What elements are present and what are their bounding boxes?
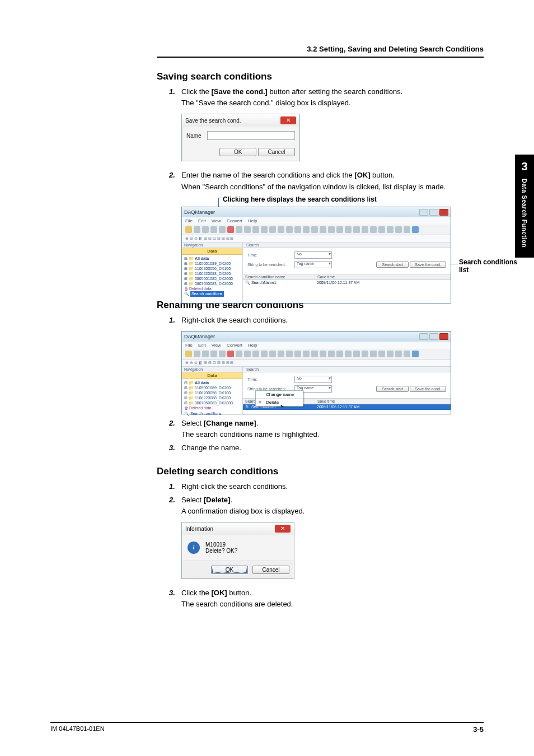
close-icon[interactable]: ✕ xyxy=(275,525,291,533)
toolbar-icon[interactable] xyxy=(320,351,326,357)
toolbar-icon[interactable] xyxy=(328,226,335,233)
toolbar-icon[interactable] xyxy=(412,226,419,233)
toolbar-icon[interactable] xyxy=(336,351,343,357)
toolbar-icon[interactable] xyxy=(252,351,259,357)
tree-deleted[interactable]: Deleted data xyxy=(189,287,212,291)
name-input[interactable] xyxy=(207,131,295,140)
close-icon[interactable] xyxy=(439,333,448,340)
menu-convert[interactable]: Convert xyxy=(227,343,242,348)
toolbar-icon[interactable] xyxy=(236,226,242,233)
menu-convert[interactable]: Convert xyxy=(227,218,242,223)
maximize-icon[interactable] xyxy=(429,209,438,216)
tree-all-data[interactable]: All data xyxy=(195,381,209,385)
search-start-button[interactable]: Search start xyxy=(376,262,409,268)
toolbar-icon[interactable] xyxy=(378,226,385,233)
close-icon[interactable]: ✕ xyxy=(280,116,296,124)
toolbar-icon[interactable] xyxy=(286,351,293,357)
time-select[interactable]: No xyxy=(294,376,332,383)
toolbar-icon[interactable] xyxy=(404,226,410,233)
toolbar-icon[interactable] xyxy=(311,351,318,357)
tree-search-conditions[interactable]: Search conditions xyxy=(190,412,222,416)
toolbar-icon[interactable] xyxy=(236,351,242,357)
menu-edit[interactable]: Edit xyxy=(198,343,206,348)
toolbar-icon[interactable] xyxy=(194,226,200,233)
ctx-delete[interactable]: Delete ↖ xyxy=(256,399,303,406)
tree-item[interactable]: 1106200056_DX100 xyxy=(195,391,231,395)
toolbar-icon[interactable] xyxy=(294,351,301,357)
toolbar-icon[interactable] xyxy=(362,226,368,233)
toolbar-icon[interactable] xyxy=(286,226,293,233)
toolbar-icon[interactable] xyxy=(303,351,310,357)
toolbar-icon[interactable] xyxy=(219,226,226,233)
toolbar-icon[interactable] xyxy=(202,351,209,357)
toolbar-icon[interactable] xyxy=(378,351,385,357)
toolbar-icon[interactable] xyxy=(185,351,192,357)
close-icon[interactable] xyxy=(439,209,448,216)
menu-view[interactable]: View xyxy=(212,343,221,348)
toolbar-icon[interactable] xyxy=(261,351,268,357)
tree-item[interactable]: 0807050083_DX2000 xyxy=(195,282,233,286)
string-select[interactable]: Tag name xyxy=(294,261,332,268)
tree-item[interactable]: 0807050083_DX2000 xyxy=(195,401,233,405)
toolbar-icon[interactable] xyxy=(252,226,259,233)
tree-deleted[interactable]: Deleted data xyxy=(189,406,212,410)
toolbar-icon[interactable] xyxy=(303,226,310,233)
ok-button[interactable]: OK xyxy=(211,566,248,574)
toolbar-icon[interactable] xyxy=(353,351,360,357)
toolbar-icon[interactable] xyxy=(294,226,301,233)
cancel-button[interactable]: Cancel xyxy=(258,148,295,156)
toolbar-icon[interactable] xyxy=(244,226,251,233)
menu-help[interactable]: Help xyxy=(248,343,257,348)
toolbar-icon[interactable] xyxy=(227,226,234,233)
tree-item[interactable]: 1106200056_DX100 xyxy=(195,267,231,270)
menu-edit[interactable]: Edit xyxy=(198,218,206,223)
toolbar-icon[interactable] xyxy=(387,351,394,357)
toolbar-icon[interactable] xyxy=(202,226,209,233)
toolbar-icon[interactable] xyxy=(387,226,394,233)
tree-item[interactable]: 1105001089_DX200 xyxy=(195,386,231,390)
toolbar-icon[interactable] xyxy=(278,351,284,357)
toolbar-icon[interactable] xyxy=(328,351,335,357)
toolbar-icon[interactable] xyxy=(320,226,326,233)
toolbar-icon[interactable] xyxy=(210,226,217,233)
tree-item[interactable]: 1105001089_DX200 xyxy=(195,262,231,265)
toolbar-icon[interactable] xyxy=(336,226,343,233)
table-row[interactable]: 🔍 SearchName1 2009/11/06 12:11:37 AM xyxy=(243,280,451,286)
toolbar-icon[interactable] xyxy=(362,351,368,357)
tree-item[interactable]: 1106220088_DX200 xyxy=(195,272,231,276)
search-start-button[interactable]: Search start xyxy=(376,386,409,392)
maximize-icon[interactable] xyxy=(429,333,438,340)
time-select[interactable]: No xyxy=(294,251,332,259)
toolbar-icon[interactable] xyxy=(219,351,226,357)
toolbar-icon[interactable] xyxy=(194,351,200,357)
toolbar-icon[interactable] xyxy=(278,226,284,233)
toolbar-icon[interactable] xyxy=(210,351,217,357)
save-cond-button[interactable]: Save the cond. xyxy=(410,386,446,392)
tree-search-conditions[interactable]: Search conditions xyxy=(190,291,224,296)
menu-file[interactable]: File xyxy=(185,218,193,223)
toolbar-icon[interactable] xyxy=(269,226,276,233)
toolbar-icon[interactable] xyxy=(261,226,268,233)
toolbar-icon[interactable] xyxy=(311,226,318,233)
menu-file[interactable]: File xyxy=(185,343,193,348)
toolbar-icon[interactable] xyxy=(185,226,192,233)
menu-view[interactable]: View xyxy=(212,218,221,223)
toolbar-icon[interactable] xyxy=(353,226,360,233)
toolbar-icon[interactable] xyxy=(395,351,402,357)
toolbar-icon[interactable] xyxy=(269,351,276,357)
toolbar-icon[interactable] xyxy=(404,351,410,357)
toolbar-icon[interactable] xyxy=(244,351,251,357)
minimize-icon[interactable] xyxy=(419,333,428,340)
toolbar-icon[interactable] xyxy=(370,226,377,233)
toolbar-icon[interactable] xyxy=(412,351,419,357)
minimize-icon[interactable] xyxy=(419,209,428,216)
tree-all-data[interactable]: All data xyxy=(195,256,209,260)
save-cond-button[interactable]: Save the cond. xyxy=(410,262,446,268)
cancel-button[interactable]: Cancel xyxy=(252,566,289,574)
toolbar-icon[interactable] xyxy=(345,351,352,357)
ok-button[interactable]: OK xyxy=(219,148,256,156)
toolbar-icon[interactable] xyxy=(345,226,352,233)
tree-item[interactable]: 1106220088_DX200 xyxy=(195,396,231,400)
tree-item[interactable]: 0805001085_DX2000 xyxy=(195,277,233,281)
toolbar-icon[interactable] xyxy=(370,351,377,357)
